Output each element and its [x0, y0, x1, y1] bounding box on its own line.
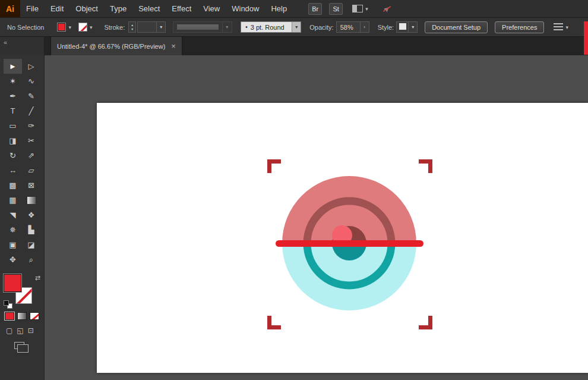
stroke-weight-stepper[interactable]: ▴ ▾ [128, 21, 136, 33]
fill-color-chevron-icon[interactable]: ▾ [68, 24, 71, 30]
preferences-button[interactable]: Preferences [495, 21, 544, 33]
tools-panel-header: « [0, 37, 45, 55]
eraser-tool[interactable]: ◨ [4, 133, 22, 148]
menu-file[interactable]: File [20, 0, 45, 17]
width-profile-preview [177, 24, 219, 30]
selection-tool[interactable]: ► [4, 59, 22, 74]
opacity-chevron-icon[interactable]: › [360, 22, 369, 32]
tools-grid: ► ▷ ✶ ∿ ✒ ✎ T ╱ ▭ ✑ ◨ ✂ ↻ ⇗ ↔ ▱ ▩ ⊠ ▦ ▧ … [0, 59, 44, 267]
gpu-performance-icon[interactable]: ➤ [381, 4, 392, 14]
scale-tool[interactable]: ⇗ [22, 148, 40, 163]
menu-object[interactable]: Object [69, 0, 104, 17]
stroke-weight-combo[interactable]: ▾ [137, 21, 166, 33]
magic-wand-tool[interactable]: ✶ [4, 74, 22, 89]
crop-mark-bottom-left[interactable] [267, 316, 281, 329]
style-preview-chip [399, 23, 406, 30]
width-profile-chevron-icon: ▾ [222, 22, 231, 32]
fill-color-swatch[interactable] [57, 23, 66, 32]
stroke-color-swatch[interactable] [78, 23, 87, 32]
brush-definition-combo[interactable]: • 3 pt. Round ▾ [241, 21, 301, 33]
screen-mode-button[interactable] [14, 342, 24, 349]
selection-status: No Selection [7, 24, 44, 31]
collapse-panel-icon[interactable]: « [4, 39, 7, 46]
document-setup-button[interactable]: Document Setup [425, 21, 488, 33]
style-chevron-icon[interactable]: ▾ [408, 22, 417, 32]
pen-tool[interactable]: ✒ [4, 89, 22, 103]
tab-close-icon[interactable]: × [171, 42, 176, 50]
stroke-label: Stroke: [104, 24, 125, 31]
brush-chevron-icon[interactable]: ▾ [292, 22, 301, 32]
align-options-icon[interactable] [554, 23, 563, 31]
app-logo: Ai [0, 0, 20, 17]
type-tool[interactable]: T [4, 103, 22, 118]
stepper-up-icon[interactable]: ▴ [131, 23, 133, 27]
style-label: Style: [378, 24, 394, 31]
artwork-eye-icon[interactable] [266, 158, 435, 334]
style-combo[interactable]: ▾ [396, 21, 418, 33]
stepper-down-icon[interactable]: ▾ [131, 27, 133, 32]
fill-stroke-widget: ⇄ [4, 274, 40, 309]
menu-view[interactable]: View [197, 0, 226, 17]
bridge-icon[interactable]: Br [308, 3, 322, 15]
line-segment-tool[interactable]: ╱ [22, 103, 40, 118]
symbol-sprayer-tool[interactable]: ✵ [4, 222, 22, 237]
default-fill-stroke-icon[interactable] [4, 300, 13, 309]
menu-select[interactable]: Select [132, 0, 166, 17]
gradient-mode-button[interactable] [17, 312, 27, 320]
draw-normal-button[interactable]: ▢ [6, 326, 12, 335]
variable-width-profile-combo: ▾ [173, 21, 232, 33]
workspace-chevron-icon[interactable]: ▾ [365, 6, 368, 12]
paint-mode-row [5, 312, 39, 320]
rectangle-tool[interactable]: ▭ [4, 118, 22, 133]
document-tab[interactable]: Untitled-4* @ 66.67% (RGB/Preview) × [50, 37, 182, 55]
stroke-color-chevron-icon[interactable]: ▾ [90, 24, 93, 30]
width-tool[interactable]: ↔ [4, 163, 22, 178]
scan-bar[interactable] [276, 240, 423, 247]
free-transform-tool[interactable]: ▱ [22, 163, 40, 178]
draw-inside-button[interactable]: ⊡ [28, 326, 34, 335]
shape-builder-tool[interactable]: ▩ [4, 178, 22, 193]
menu-effect[interactable]: Effect [166, 0, 197, 17]
menu-window[interactable]: Window [226, 0, 265, 17]
crop-mark-top-left[interactable] [267, 159, 281, 173]
none-mode-button[interactable] [30, 312, 39, 320]
color-mode-button[interactable] [5, 312, 14, 320]
blend-tool[interactable]: ❖ [22, 208, 40, 222]
fill-proxy-swatch[interactable] [4, 274, 21, 292]
direct-selection-tool[interactable]: ▷ [22, 59, 40, 74]
docked-panel-strip[interactable] [584, 21, 588, 55]
tools-panel: ► ▷ ✶ ∿ ✒ ✎ T ╱ ▭ ✑ ◨ ✂ ↻ ⇗ ↔ ▱ ▩ ⊠ ▦ ▧ … [0, 55, 45, 380]
eyedropper-tool[interactable]: ◥ [4, 208, 22, 222]
menu-help[interactable]: Help [265, 0, 293, 17]
gpu-glyph: ➤ [381, 4, 391, 14]
swap-fill-stroke-icon[interactable]: ⇄ [35, 274, 40, 282]
lasso-tool[interactable]: ∿ [22, 74, 40, 89]
rotate-tool[interactable]: ↻ [4, 148, 22, 163]
column-graph-tool[interactable]: ▙ [22, 222, 40, 237]
zoom-tool[interactable]: ⌕ [22, 252, 40, 267]
tab-bar: « Untitled-4* @ 66.67% (RGB/Preview) × [0, 37, 588, 55]
menu-type[interactable]: Type [104, 0, 132, 17]
paintbrush-tool[interactable]: ✑ [22, 118, 40, 133]
artboard[interactable] [97, 103, 588, 373]
drawing-modes-row: ▢ ◱ ⊡ [6, 326, 34, 335]
artboard-tool[interactable]: ▣ [4, 237, 22, 252]
stock-icon[interactable]: St [329, 3, 343, 15]
crop-mark-bottom-right[interactable] [419, 316, 432, 329]
pencil-tool[interactable]: ✎ [22, 89, 40, 103]
opacity-value: 58% [340, 24, 360, 31]
gradient-tool[interactable]: ▧ [22, 193, 40, 208]
menu-edit[interactable]: Edit [45, 0, 69, 17]
canvas-pasteboard[interactable] [45, 55, 588, 380]
slice-tool[interactable]: ◪ [22, 237, 40, 252]
mesh-tool[interactable]: ▦ [4, 193, 22, 208]
draw-behind-button[interactable]: ◱ [17, 326, 23, 335]
align-chevron-icon[interactable]: ▾ [565, 24, 568, 30]
stroke-weight-chevron-icon[interactable]: ▾ [156, 22, 165, 32]
workspace-layout-icon[interactable] [352, 5, 363, 12]
crop-mark-top-right[interactable] [419, 159, 432, 173]
hand-tool[interactable]: ✥ [4, 252, 22, 267]
opacity-combo[interactable]: 58% › [336, 21, 369, 33]
perspective-grid-tool[interactable]: ⊠ [22, 178, 40, 193]
scissors-tool[interactable]: ✂ [22, 133, 40, 148]
